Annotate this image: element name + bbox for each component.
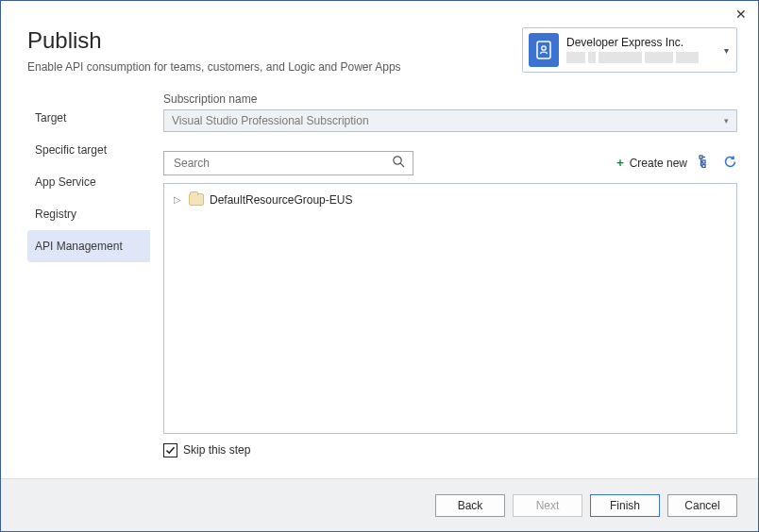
folder-icon [189,193,204,206]
svg-rect-9 [702,165,705,168]
tree-item-label: DefaultResourceGroup-EUS [210,193,352,207]
header: Publish Enable API consumption for teams… [1,1,758,75]
subscription-combo[interactable]: Visual Studio Professional Subscription … [163,109,737,132]
expand-icon[interactable]: ▷ [174,194,183,205]
dialog-footer: Back Next Finish Cancel [1,478,758,531]
chevron-down-icon: ▾ [724,116,729,125]
tree-item[interactable]: ▷ DefaultResourceGroup-EUS [174,191,727,208]
svg-rect-6 [702,160,705,163]
search-input-wrapper[interactable] [163,151,413,175]
svg-line-3 [400,163,404,167]
subscription-value: Visual Studio Professional Subscription [172,114,369,127]
search-icon [392,155,405,171]
sidebar-item-api-management[interactable]: API Management [27,230,150,262]
sidebar-item-registry[interactable]: Registry [27,198,150,230]
account-name: Developer Express Inc. [566,37,715,49]
wizard-steps-sidebar: Target Specific target App Service Regis… [27,92,150,434]
next-button: Next [513,494,582,517]
account-badge-icon [529,33,559,67]
account-info: Developer Express Inc. [566,37,715,62]
cancel-button[interactable]: Cancel [667,494,737,517]
back-button[interactable]: Back [435,494,505,517]
skip-step-label: Skip this step [183,443,250,457]
page-subtitle: Enable API consumption for teams, custom… [27,59,424,75]
subscription-label: Subscription name [163,92,737,106]
svg-point-2 [394,157,401,164]
chevron-down-icon[interactable]: ▾ [722,45,731,56]
account-subline [566,52,715,63]
account-selector[interactable]: Developer Express Inc. ▾ [522,27,737,73]
svg-rect-4 [700,156,702,158]
tree-view-icon[interactable] [699,155,712,171]
sidebar-item-target[interactable]: Target [27,102,150,134]
main-panel: Subscription name Visual Studio Professi… [163,92,737,434]
plus-icon: ＋ [615,155,626,171]
search-input[interactable] [172,156,392,171]
sidebar-item-specific-target[interactable]: Specific target [27,134,150,166]
finish-button[interactable]: Finish [590,494,660,517]
refresh-icon[interactable] [723,155,737,172]
create-new-label: Create new [630,157,687,170]
sidebar-item-app-service[interactable]: App Service [27,166,150,198]
create-new-button[interactable]: ＋ Create new [615,155,687,171]
svg-point-1 [542,46,546,50]
skip-step-checkbox[interactable] [163,443,177,457]
resource-tree[interactable]: ▷ DefaultResourceGroup-EUS [163,183,737,434]
